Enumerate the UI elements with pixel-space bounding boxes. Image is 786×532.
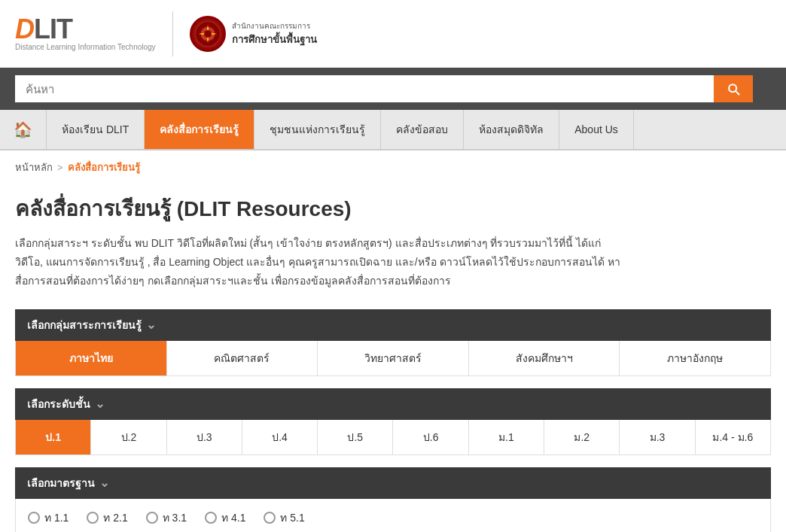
nav-library-label: ห้องสมุดดิจิทัล xyxy=(479,121,544,138)
breadcrumb: หน้าหลัก > คลังสื่อการเรียนรู้ xyxy=(0,150,786,184)
nav-classroom[interactable]: ห้องเรียน DLIT xyxy=(47,110,145,149)
nav-about-label: About Us xyxy=(574,123,618,135)
breadcrumb-current: คลังสื่อการเรียนรู้ xyxy=(68,160,140,175)
level-tab-p1[interactable]: ป.1 xyxy=(16,420,91,454)
level-tab-m46[interactable]: ม.4 - ม.6 xyxy=(696,420,770,454)
level-tab-p4[interactable]: ป.4 xyxy=(242,420,318,454)
nav-classroom-label: ห้องเรียน DLIT xyxy=(62,121,129,138)
level-tab-p2[interactable]: ป.2 xyxy=(91,420,166,454)
logo-emblem xyxy=(190,16,226,52)
search-icon xyxy=(726,81,741,96)
search-bar xyxy=(0,68,786,110)
level-tab-m2[interactable]: ม.2 xyxy=(544,420,620,454)
standard-radios: ท 1.1 ท 2.1 ท 3.1 ท 4.1 ท 5.1 xyxy=(16,499,770,532)
subject-section: เลือกกลุ่มสาระการเรียนรู้ ⌄ ภาษาไทย คณิต… xyxy=(15,309,771,376)
subject-tab-english[interactable]: ภาษาอังกฤษ xyxy=(620,341,770,375)
breadcrumb-home[interactable]: หน้าหลัก xyxy=(15,160,53,175)
radio-circle-t21 xyxy=(87,512,99,524)
radio-label-t11: ท 1.1 xyxy=(44,509,69,526)
logo-subtitle: Distance Learning Information Technology xyxy=(15,43,156,51)
subject-chevron-icon: ⌄ xyxy=(146,318,156,332)
level-chevron-icon: ⌄ xyxy=(95,397,105,411)
nav-resources-label: คลังสื่อการเรียนรู้ xyxy=(160,121,239,138)
nav-library[interactable]: ห้องสมุดดิจิทัล xyxy=(464,110,559,149)
nav-home[interactable]: 🏠 xyxy=(0,110,47,149)
breadcrumb-separator: > xyxy=(57,162,63,173)
nav-bar: 🏠 ห้องเรียน DLIT คลังสื่อการเรียนรู้ ชุม… xyxy=(0,110,786,150)
radio-label-t51: ท 5.1 xyxy=(280,509,304,526)
nav-exam[interactable]: คลังข้อสอบ xyxy=(381,110,464,149)
subject-tab-science[interactable]: วิทยาศาสตร์ xyxy=(318,341,469,375)
subject-tab-social[interactable]: สังคมศึกษาฯ xyxy=(469,341,620,375)
subject-tab-math[interactable]: คณิตศาสตร์ xyxy=(167,341,318,375)
radio-label-t41: ท 4.1 xyxy=(221,509,245,526)
subject-section-header: เลือกกลุ่มสาระการเรียนรู้ ⌄ xyxy=(15,309,771,341)
home-icon: 🏠 xyxy=(14,120,32,138)
level-tabs: ป.1 ป.2 ป.3 ป.4 ป.5 ป.6 ม.1 ม.2 xyxy=(15,420,771,455)
level-tab-p5[interactable]: ป.5 xyxy=(318,420,393,454)
level-section: เลือกระดับชั้น ⌄ ป.1 ป.2 ป.3 ป.4 ป.5 ป.6 xyxy=(15,388,771,455)
radio-t11[interactable]: ท 1.1 xyxy=(28,509,69,526)
subject-tab-thai[interactable]: ภาษาไทย xyxy=(16,341,167,375)
level-tab-m3[interactable]: ม.3 xyxy=(620,420,695,454)
nav-exam-label: คลังข้อสอบ xyxy=(396,121,448,138)
nav-community-label: ชุมชนแห่งการเรียนรู้ xyxy=(270,121,365,138)
standard-section-header: เลือกมาตรฐาน ⌄ xyxy=(15,467,771,499)
radio-circle-t51 xyxy=(264,512,276,524)
main-content: คลังสื่อการเรียนรู้ (DLIT Resources) เลื… xyxy=(0,184,786,532)
header: DLIT Distance Learning Information Techn… xyxy=(0,0,786,68)
level-tab-p6[interactable]: ป.6 xyxy=(393,420,468,454)
org-text: สำนักงานคณะกรรมการ การศึกษาขั้นพื้นฐาน xyxy=(232,20,317,47)
radio-t41[interactable]: ท 4.1 xyxy=(205,509,245,526)
search-wrapper xyxy=(15,75,753,102)
standard-section: เลือกมาตรฐาน ⌄ ท 1.1 ท 2.1 ท 3.1 xyxy=(15,467,771,532)
page-description: เลือกกลุ่มสาระฯ ระดับชั้น พบ DLIT วิดีโอ… xyxy=(15,234,753,291)
logo-right: สำนักงานคณะกรรมการ การศึกษาขั้นพื้นฐาน xyxy=(190,16,317,52)
subject-tabs: ภาษาไทย คณิตศาสตร์ วิทยาศาสตร์ สังคมศึกษ… xyxy=(15,341,771,376)
level-tab-p3[interactable]: ป.3 xyxy=(167,420,242,454)
radio-label-t31: ท 3.1 xyxy=(163,509,187,526)
radio-circle-t41 xyxy=(205,512,217,524)
subject-section-label: เลือกกลุ่มสาระการเรียนรู้ xyxy=(27,317,142,333)
nav-about[interactable]: About Us xyxy=(559,110,634,149)
standard-options-container: ท 1.1 ท 2.1 ท 3.1 ท 4.1 ท 5.1 xyxy=(15,499,771,532)
logo-dlit-text: DLIT xyxy=(15,16,72,43)
radio-label-t21: ท 2.1 xyxy=(103,509,127,526)
search-input[interactable] xyxy=(15,75,714,102)
nav-resources[interactable]: คลังสื่อการเรียนรู้ xyxy=(145,110,254,149)
desc-line1: เลือกกลุ่มสาระฯ ระดับชั้น พบ DLIT วิดีโอ… xyxy=(15,237,601,249)
radio-t31[interactable]: ท 3.1 xyxy=(146,509,187,526)
desc-line2: วิดีโอ, แผนการจัดการเรียนรู้ , สื่อ Lear… xyxy=(15,256,620,268)
radio-circle-t31 xyxy=(146,512,158,524)
nav-community[interactable]: ชุมชนแห่งการเรียนรู้ xyxy=(254,110,381,149)
radio-t21[interactable]: ท 2.1 xyxy=(87,509,127,526)
level-tab-m1[interactable]: ม.1 xyxy=(469,420,544,454)
search-button[interactable] xyxy=(714,75,753,102)
page-title: คลังสื่อการเรียนรู้ (DLIT Resources) xyxy=(15,192,771,225)
desc-line3: สื่อการสอนที่ต้องการได้ง่ายๆ กดเลือกกลุ่… xyxy=(15,275,451,287)
logo-divider xyxy=(172,11,173,56)
logo-dlit: DLIT Distance Learning Information Techn… xyxy=(15,16,156,51)
radio-circle-t11 xyxy=(28,512,40,524)
standard-chevron-icon: ⌄ xyxy=(99,476,109,490)
radio-t51[interactable]: ท 5.1 xyxy=(264,509,304,526)
logo-container: DLIT Distance Learning Information Techn… xyxy=(15,11,317,56)
level-section-label: เลือกระดับชั้น xyxy=(27,396,90,412)
standard-section-label: เลือกมาตรฐาน xyxy=(27,475,95,491)
level-section-header: เลือกระดับชั้น ⌄ xyxy=(15,388,771,420)
svg-point-2 xyxy=(204,30,212,38)
